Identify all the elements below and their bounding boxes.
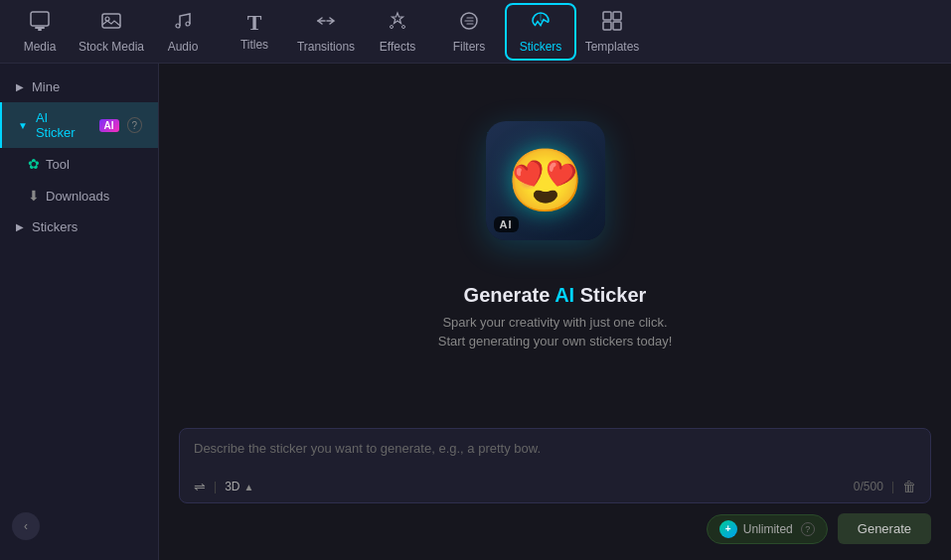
collapse-icon: ‹ bbox=[24, 519, 28, 533]
nav-stock-media[interactable]: Stock Media bbox=[76, 3, 147, 61]
nav-stickers[interactable]: Stickers bbox=[505, 3, 576, 61]
sidebar-item-tool[interactable]: ✿ Tool bbox=[0, 148, 158, 180]
sidebar-downloads-label: Downloads bbox=[46, 189, 109, 204]
nav-templates[interactable]: Templates bbox=[576, 3, 648, 61]
svg-rect-10 bbox=[603, 12, 611, 20]
input-footer: ⇌ | 3D ▲ 0/500 | 🗑 bbox=[194, 479, 916, 494]
unlimited-icon: + bbox=[719, 520, 737, 538]
nav-stickers-label: Stickers bbox=[520, 40, 562, 54]
sidebar: ▶ Mine ▼ AI Sticker AI ? ✿ Tool ⬇ Downlo… bbox=[0, 64, 159, 560]
svg-point-8 bbox=[402, 25, 405, 28]
generate-title: Generate AI Sticker bbox=[438, 284, 673, 307]
shuffle-icon[interactable]: ⇌ bbox=[194, 479, 206, 494]
tool-icon: ✿ bbox=[28, 156, 40, 172]
mine-arrow-icon: ▶ bbox=[16, 81, 24, 92]
style-selector[interactable]: 3D ▲ bbox=[225, 480, 253, 493]
nav-effects[interactable]: Effects bbox=[362, 3, 433, 61]
nav-transitions-label: Transitions bbox=[297, 40, 355, 54]
nav-media-label: Media bbox=[24, 40, 57, 54]
collapse-sidebar-button[interactable]: ‹ bbox=[12, 512, 40, 540]
nav-audio[interactable]: Audio bbox=[147, 3, 219, 61]
nav-stock-media-label: Stock Media bbox=[79, 40, 144, 54]
unlimited-badge: + Unlimited ? bbox=[707, 514, 828, 544]
content-main: ✦ 😍 AI Generate AI Sticker Spark your cr… bbox=[418, 64, 693, 416]
nav-filters[interactable]: Filters bbox=[433, 3, 505, 61]
divider: | bbox=[214, 480, 217, 493]
ai-highlight: AI bbox=[555, 284, 574, 306]
subtitle-line1: Spark your creativity with just one clic… bbox=[442, 315, 667, 330]
subtitle: Spark your creativity with just one clic… bbox=[438, 313, 673, 351]
nav-filters-label: Filters bbox=[453, 40, 486, 54]
ai-badge: AI bbox=[99, 119, 119, 132]
titles-icon: T bbox=[247, 12, 262, 34]
nav-templates-label: Templates bbox=[585, 40, 640, 54]
sticker-visual: ✦ 😍 AI bbox=[486, 121, 625, 260]
nav-media[interactable]: Media bbox=[4, 3, 76, 61]
subtitle-line2: Start generating your own stickers today… bbox=[438, 334, 673, 349]
ai-sticker-help-icon[interactable]: ? bbox=[127, 117, 142, 133]
top-navigation: Media Stock Media Audio T Titles bbox=[0, 0, 951, 64]
media-icon bbox=[29, 10, 51, 36]
action-row: + Unlimited ? Generate bbox=[179, 513, 931, 544]
unlimited-label: Unlimited bbox=[743, 522, 793, 536]
stock-media-icon bbox=[100, 10, 122, 36]
audio-icon bbox=[172, 10, 194, 36]
stickers-icon bbox=[530, 10, 552, 36]
emoji-icon: 😍 bbox=[507, 145, 583, 216]
transitions-icon bbox=[315, 10, 337, 36]
nav-titles-label: Titles bbox=[240, 38, 268, 52]
input-box: ⇌ | 3D ▲ 0/500 | 🗑 bbox=[179, 428, 931, 503]
style-label: 3D bbox=[225, 480, 239, 493]
title-section: Generate AI Sticker Spark your creativit… bbox=[438, 284, 673, 351]
input-controls: ⇌ | 3D ▲ bbox=[194, 479, 253, 494]
svg-rect-12 bbox=[603, 22, 611, 30]
nav-transitions[interactable]: Transitions bbox=[290, 3, 362, 61]
sidebar-bottom: ‹ bbox=[0, 500, 158, 552]
svg-rect-3 bbox=[102, 14, 120, 28]
nav-titles[interactable]: T Titles bbox=[219, 3, 290, 61]
sidebar-item-downloads[interactable]: ⬇ Downloads bbox=[0, 180, 158, 211]
style-up-icon: ▲ bbox=[243, 482, 253, 492]
generate-button[interactable]: Generate bbox=[838, 513, 931, 544]
sidebar-item-ai-sticker[interactable]: ▼ AI Sticker AI ? bbox=[0, 102, 158, 148]
sidebar-item-stickers[interactable]: ▶ Stickers bbox=[0, 211, 158, 242]
delete-icon[interactable]: 🗑 bbox=[902, 479, 916, 494]
svg-rect-13 bbox=[613, 22, 621, 30]
sidebar-stickers-label: Stickers bbox=[32, 219, 78, 234]
char-count-value: 0/500 bbox=[854, 480, 883, 493]
filters-icon bbox=[458, 10, 480, 36]
downloads-icon: ⬇ bbox=[28, 188, 40, 204]
main-layout: ▶ Mine ▼ AI Sticker AI ? ✿ Tool ⬇ Downlo… bbox=[0, 64, 951, 560]
templates-icon bbox=[601, 10, 623, 36]
unlimited-help-icon[interactable]: ? bbox=[801, 522, 815, 536]
ai-card-label: AI bbox=[494, 216, 519, 232]
svg-rect-1 bbox=[35, 27, 45, 29]
effects-icon bbox=[387, 10, 408, 36]
ai-sticker-arrow-icon: ▼ bbox=[18, 120, 28, 131]
sidebar-tool-label: Tool bbox=[46, 157, 70, 172]
stickers-arrow-icon: ▶ bbox=[16, 221, 24, 232]
sticker-card: 😍 AI bbox=[486, 121, 605, 240]
char-count: 0/500 | 🗑 bbox=[854, 479, 916, 494]
svg-rect-2 bbox=[38, 29, 42, 31]
svg-rect-0 bbox=[31, 12, 49, 26]
svg-point-7 bbox=[391, 25, 394, 28]
sidebar-item-mine[interactable]: ▶ Mine bbox=[0, 71, 158, 102]
char-divider: | bbox=[891, 480, 894, 493]
input-area: ⇌ | 3D ▲ 0/500 | 🗑 + bbox=[159, 416, 951, 560]
nav-effects-label: Effects bbox=[380, 40, 415, 54]
svg-rect-11 bbox=[613, 12, 621, 20]
nav-audio-label: Audio bbox=[168, 40, 199, 54]
sticker-description-input[interactable] bbox=[194, 441, 916, 469]
sidebar-mine-label: Mine bbox=[32, 79, 60, 94]
content-area: ✦ 😍 AI Generate AI Sticker Spark your cr… bbox=[159, 64, 951, 560]
sidebar-ai-sticker-label: AI Sticker bbox=[36, 110, 89, 140]
